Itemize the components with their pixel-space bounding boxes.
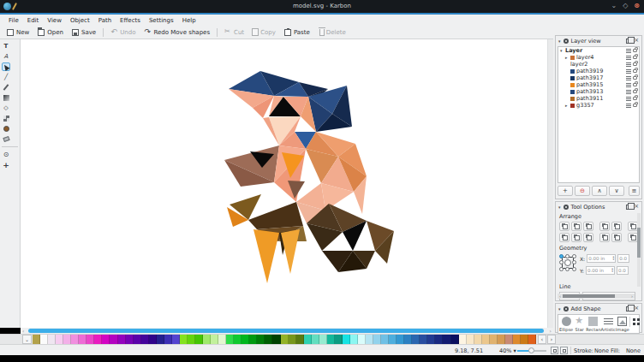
layer-row-path3915[interactable]: path3915 <box>558 81 639 88</box>
tool-options-horizontal-scrollbar[interactable]: ‹› <box>558 294 635 299</box>
layer-properties-icon[interactable] <box>626 90 631 94</box>
artwork-polygon[interactable] <box>248 202 303 229</box>
palette-swatch[interactable] <box>474 335 482 344</box>
menu-view[interactable]: View <box>43 17 66 24</box>
palette-swatch[interactable] <box>281 335 289 344</box>
maximize-button[interactable]: ◇ <box>623 2 628 9</box>
stroke-value[interactable]: None <box>594 347 609 354</box>
palette-swatch[interactable] <box>265 335 272 344</box>
palette-swatch[interactable] <box>94 335 102 344</box>
layer-properties-icon[interactable] <box>626 69 631 74</box>
layer-properties-icon[interactable] <box>626 97 631 101</box>
lock-icon[interactable] <box>633 69 637 73</box>
toolbar-button-open[interactable]: Open <box>33 27 68 38</box>
palette-swatch[interactable] <box>366 335 373 344</box>
palette-swatch[interactable] <box>335 335 343 344</box>
palette-swatch[interactable] <box>312 335 319 344</box>
artwork-polygon[interactable] <box>281 229 300 274</box>
menu-help[interactable]: Help <box>178 17 200 24</box>
shape-item-star[interactable]: Star <box>573 317 586 332</box>
y-position-field[interactable]: 0.00 in▴▾ <box>586 266 615 275</box>
shape-item-ellipse[interactable]: Ellipse <box>559 317 573 332</box>
palette-swatch[interactable] <box>350 335 358 344</box>
palette-swatch[interactable] <box>482 335 490 344</box>
palette-swatch[interactable] <box>373 335 381 344</box>
palette-swatch[interactable] <box>257 335 265 344</box>
shape-item-image[interactable]: Image <box>616 317 629 332</box>
shape-item-rectan[interactable]: Rectan <box>586 317 600 332</box>
palette-swatch[interactable] <box>443 335 450 344</box>
fill-value[interactable]: None <box>626 347 641 354</box>
lock-icon[interactable] <box>633 49 637 52</box>
zoom-tool[interactable] <box>2 151 10 159</box>
palette-swatch[interactable] <box>180 335 188 344</box>
layer-row-layer4[interactable]: ▸layer4 <box>558 54 639 61</box>
palette-swatch[interactable] <box>118 335 126 344</box>
layer-properties-icon[interactable] <box>626 56 631 60</box>
palette-swatch[interactable] <box>498 335 505 344</box>
add-layer-button[interactable]: + <box>558 186 573 196</box>
artistic-text-tool[interactable] <box>2 52 10 61</box>
palette-swatch[interactable] <box>249 335 257 344</box>
group-button[interactable] <box>599 222 610 231</box>
palette-swatch[interactable] <box>110 335 117 344</box>
palette-swatch[interactable] <box>40 335 48 344</box>
layer-properties-icon[interactable] <box>626 104 631 108</box>
layer-row-path3911[interactable]: path3911 <box>558 95 639 102</box>
artwork-svg[interactable] <box>21 39 547 328</box>
toolbar-button-copy[interactable]: Copy <box>248 27 280 38</box>
lock-icon[interactable] <box>633 62 637 66</box>
toolbar-button-delete[interactable]: Delete <box>314 27 350 38</box>
layer-properties-icon[interactable] <box>626 49 631 53</box>
menu-object[interactable]: Object <box>66 17 94 24</box>
palette-swatch[interactable] <box>33 335 40 344</box>
anchor-selector[interactable] <box>559 254 576 271</box>
palette-swatch[interactable] <box>296 335 304 344</box>
palette-swatch[interactable] <box>389 335 397 344</box>
palette-swatch[interactable] <box>79 335 86 344</box>
align-right-button[interactable] <box>583 233 593 242</box>
distribute-vertical-button[interactable] <box>611 233 622 242</box>
distribute-horizontal-button[interactable] <box>599 233 610 242</box>
calligraphy-tool[interactable] <box>2 73 10 81</box>
palette-swatch[interactable] <box>528 335 536 344</box>
palette-swatch[interactable] <box>289 335 296 344</box>
layer-properties-icon[interactable] <box>626 83 631 87</box>
lock-icon[interactable] <box>633 104 637 107</box>
palette-swatch[interactable] <box>272 335 280 344</box>
collapse-icon[interactable]: ▾ <box>558 306 561 312</box>
layer-menu-button[interactable]: ≡ <box>629 186 640 196</box>
palette-swatch[interactable] <box>188 335 195 344</box>
layer-properties-icon[interactable] <box>626 76 631 80</box>
float-panel-icon[interactable] <box>626 39 631 44</box>
shape-item-artistic[interactable]: Artistic <box>601 317 617 332</box>
zoom-page-icon[interactable] <box>551 347 558 354</box>
palette-swatch[interactable] <box>86 335 94 344</box>
zoom-dropdown[interactable]: 40% ▾ <box>499 347 516 354</box>
layer-properties-icon[interactable] <box>626 62 631 67</box>
pan-tool[interactable] <box>2 161 10 169</box>
palette-swatch[interactable] <box>427 335 435 344</box>
toolbar-button-cut[interactable]: Cut <box>220 27 248 38</box>
menu-effects[interactable]: Effects <box>116 17 145 24</box>
palette-swatch[interactable] <box>521 335 528 344</box>
layer-row-layer2[interactable]: layer2 <box>558 61 639 68</box>
lock-icon[interactable] <box>633 56 637 59</box>
zoom-slider[interactable] <box>517 350 546 352</box>
x-position-field[interactable]: 0.00 in▴▾ <box>587 254 616 263</box>
align-center-button[interactable] <box>571 233 581 242</box>
layer-row-path3913[interactable]: path3913 <box>558 88 639 95</box>
palette-swatch[interactable] <box>358 335 366 344</box>
palette-swatch[interactable] <box>513 335 521 344</box>
zoom-width-icon[interactable] <box>560 347 568 354</box>
lock-icon[interactable] <box>633 76 637 80</box>
text-tool[interactable] <box>2 42 10 50</box>
pencil-tool[interactable] <box>2 83 10 92</box>
toolbar-button-new[interactable]: New <box>3 27 33 38</box>
width-field[interactable]: 0.0 <box>617 254 629 263</box>
raise-button[interactable] <box>571 222 581 231</box>
palette-swatch[interactable] <box>149 335 157 344</box>
palette-swatch[interactable] <box>451 335 459 344</box>
toolbar-button-undo[interactable]: Undo <box>106 27 140 38</box>
palette-menu-button[interactable]: ⌄ <box>22 335 32 344</box>
